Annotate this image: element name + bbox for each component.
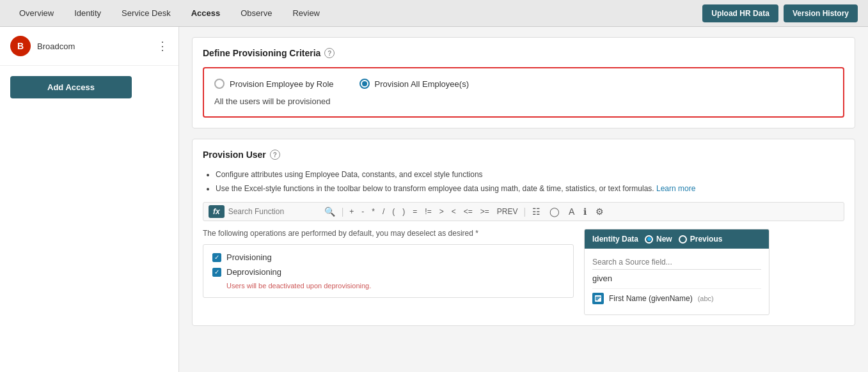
provisioning-criteria-title: Define Provisioning Criteria ? xyxy=(203,48,844,58)
deprovisioning-label: Deprovisioning xyxy=(226,267,281,277)
fx-toolbar: fx 🔍 | + - * / ( ) = != > < <= >= PREV xyxy=(203,202,844,221)
fx-badge: fx xyxy=(209,205,225,218)
provision-all-employees-label: Provision All Employee(s) xyxy=(375,79,469,89)
identity-previous-radio[interactable] xyxy=(679,235,687,244)
provision-user-content: Configure attributes using Employee Data… xyxy=(203,169,844,315)
fx-search-input[interactable] xyxy=(228,207,318,216)
identity-search-value: given xyxy=(592,274,761,283)
fx-op-multiply[interactable]: * xyxy=(370,206,377,217)
version-history-button[interactable]: Version History xyxy=(784,4,858,22)
identity-field-name: First Name (givenName) xyxy=(609,294,693,303)
provision-user-section: Provision User ? Configure attributes us… xyxy=(192,139,855,326)
ops-left: The following operations are performed b… xyxy=(203,229,574,315)
nav-item-overview[interactable]: Overview xyxy=(10,3,63,23)
sidebar-menu-icon[interactable]: ⋮ xyxy=(157,40,168,52)
content-area: Define Provisioning Criteria ? Provision… xyxy=(179,27,868,372)
provisioning-criteria-section: Define Provisioning Criteria ? Provision… xyxy=(192,37,855,128)
radio-row: Provision Employee by Role Provision All… xyxy=(214,79,833,89)
criteria-help-icon[interactable]: ? xyxy=(324,48,335,58)
identity-panel-body: given First Name (givenName) (abc) xyxy=(585,249,769,314)
radio-options-box: Provision Employee by Role Provision All… xyxy=(203,67,844,118)
fx-op-greater[interactable]: > xyxy=(438,206,446,217)
fx-op-open-paren[interactable]: ( xyxy=(390,206,397,217)
identity-data-panel: Identity Data New Previous xyxy=(584,229,769,315)
learn-more-link[interactable]: Learn more xyxy=(656,184,695,193)
ops-note: The following operations are performed b… xyxy=(203,229,574,238)
nav-item-observe[interactable]: Observe xyxy=(232,3,281,23)
settings-icon[interactable]: ⚙ xyxy=(593,205,606,218)
fx-op-less-eq[interactable]: <= xyxy=(462,206,475,217)
bullet-item-1: Configure attributes using Employee Data… xyxy=(216,169,844,180)
ops-box: Provisioning Deprovisioning Users will b… xyxy=(203,244,574,298)
deactivate-note: Users will be deactivated upon deprovisi… xyxy=(226,282,564,290)
fx-op-plus[interactable]: + xyxy=(347,206,356,217)
font-icon[interactable]: A xyxy=(566,205,577,218)
bullet-item-2: Use the Excel-style functions in the too… xyxy=(216,183,844,194)
info-icon[interactable]: ℹ xyxy=(581,205,589,218)
sidebar-header: B Broadcom ⋮ xyxy=(0,27,178,66)
grid-icon[interactable]: ☷ xyxy=(530,205,543,218)
provisioning-row: Provisioning xyxy=(212,252,564,262)
deprovisioning-row: Deprovisioning xyxy=(212,267,564,277)
provision-by-role-label: Provision Employee by Role xyxy=(230,79,334,89)
fx-op-equals[interactable]: = xyxy=(411,206,419,217)
provision-user-title: Provision User ? xyxy=(203,150,844,160)
provision-user-bullets: Configure attributes using Employee Data… xyxy=(203,169,844,194)
main-layout: B Broadcom ⋮ Add Access Define Provision… xyxy=(0,27,868,372)
nav-item-access[interactable]: Access xyxy=(182,3,230,23)
provision-all-employees-option[interactable]: Provision All Employee(s) xyxy=(359,79,469,89)
fx-op-minus[interactable]: - xyxy=(359,206,366,217)
search-icon[interactable]: 🔍 xyxy=(322,205,338,218)
identity-panel-header: Identity Data New Previous xyxy=(585,229,769,249)
top-nav: Overview Identity Service Desk Access Ob… xyxy=(0,0,868,27)
nav-items: Overview Identity Service Desk Access Ob… xyxy=(10,3,702,23)
provisioning-label: Provisioning xyxy=(226,252,272,262)
provision-all-employees-radio[interactable] xyxy=(359,79,370,89)
clock-icon[interactable]: ◯ xyxy=(547,205,562,218)
field-type-icon xyxy=(592,293,604,304)
sidebar: B Broadcom ⋮ Add Access xyxy=(0,27,179,372)
identity-previous-label: Previous xyxy=(690,235,723,244)
sidebar-content: Add Access xyxy=(0,66,178,109)
ops-and-panel: The following operations are performed b… xyxy=(203,229,844,315)
fx-op-not-equals[interactable]: != xyxy=(423,206,433,217)
identity-new-label: New xyxy=(656,235,672,244)
logo-letter: B xyxy=(17,41,24,51)
sidebar-company-name: Broadcom xyxy=(37,42,150,51)
add-access-button[interactable]: Add Access xyxy=(10,76,132,98)
identity-field-type: (abc) xyxy=(698,295,714,302)
identity-search-input[interactable] xyxy=(592,255,761,270)
nav-item-identity[interactable]: Identity xyxy=(65,3,110,23)
provisioning-checkbox[interactable] xyxy=(212,253,221,262)
broadcom-logo: B xyxy=(10,36,31,56)
fx-op-close-paren[interactable]: ) xyxy=(400,206,407,217)
nav-item-service-desk[interactable]: Service Desk xyxy=(113,3,180,23)
upload-hr-data-button[interactable]: Upload HR Data xyxy=(702,4,778,22)
identity-field-row[interactable]: First Name (givenName) (abc) xyxy=(592,288,761,308)
nav-item-review[interactable]: Review xyxy=(283,3,329,23)
fx-op-greater-eq[interactable]: >= xyxy=(478,206,491,217)
provision-user-help-icon[interactable]: ? xyxy=(270,150,280,160)
nav-actions: Upload HR Data Version History xyxy=(702,4,858,22)
identity-panel-title: Identity Data xyxy=(592,235,638,244)
fx-op-less[interactable]: < xyxy=(450,206,458,217)
deprovisioning-checkbox[interactable] xyxy=(212,268,221,277)
fx-op-divide[interactable]: / xyxy=(381,206,386,217)
provision-by-role-option[interactable]: Provision Employee by Role xyxy=(214,79,334,89)
provision-note: All the users will be provisioned xyxy=(214,97,833,106)
identity-new-radio[interactable] xyxy=(645,235,653,244)
provision-by-role-radio[interactable] xyxy=(214,79,225,89)
fx-op-prev[interactable]: PREV xyxy=(495,206,520,217)
